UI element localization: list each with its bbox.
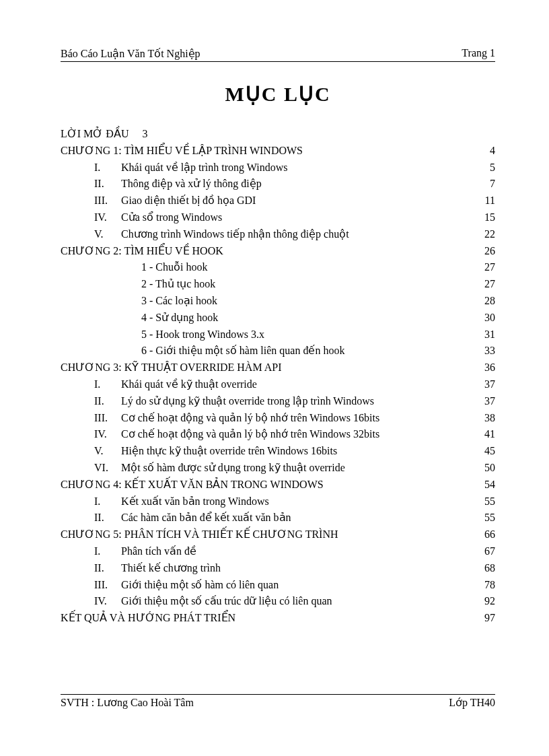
toc-item-label: Kết xuất văn bản trong Windows bbox=[121, 493, 269, 510]
toc-item-row: II.Thiết kế chương trình68 bbox=[61, 560, 495, 577]
toc-item-number: I. bbox=[94, 493, 121, 510]
toc-item-label: Phân tích vấn đề bbox=[121, 543, 196, 560]
toc-item-label: 1 - Chuỗi hook bbox=[141, 259, 207, 276]
toc-chapter-row: CHƯƠNG 3: KỸ THUẬT OVERRIDE HÀM API36 bbox=[61, 359, 495, 376]
toc-item-number: I. bbox=[94, 376, 121, 393]
toc-item-label: Giao diện thiết bị đồ họa GDI bbox=[121, 193, 256, 209]
toc-item-page: 68 bbox=[468, 560, 495, 577]
toc-item-label: Khái quát về lập trình trong Windows bbox=[121, 160, 287, 176]
toc-item-row: I.Kết xuất văn bản trong Windows55 bbox=[61, 493, 495, 510]
toc-item-page: 55 bbox=[468, 510, 495, 526]
toc-item-page: 67 bbox=[468, 543, 495, 560]
toc-item-label: 4 - Sử dụng hook bbox=[141, 310, 218, 327]
toc-item-page: 7 bbox=[468, 176, 495, 193]
toc-item-text: 6 - Giới thiệu một số hàm liên quan đến … bbox=[61, 343, 468, 359]
toc-item-page: 31 bbox=[468, 327, 495, 343]
page-header: Báo Cáo Luận Văn Tốt Nghiệp Trang 1 bbox=[61, 47, 495, 62]
toc-item-text: 3 - Các loại hook bbox=[61, 293, 468, 310]
toc-item-page: 55 bbox=[468, 493, 495, 510]
toc-item-page: 22 bbox=[468, 226, 495, 243]
toc-item-label: Giới thiệu một số hàm có liên quan bbox=[121, 577, 279, 594]
toc-item-text: 1 - Chuỗi hook bbox=[61, 259, 468, 276]
chapter-heading: CHƯƠNG 1: TÌM HIỂU VỀ LẬP TRÌNH WINDOWS bbox=[61, 143, 468, 160]
toc-item-page: 15 bbox=[468, 209, 495, 226]
chapter-heading: CHƯƠNG 5: PHÂN TÍCH VÀ THIẾT KẾ CHƯƠNG T… bbox=[61, 526, 468, 543]
toc-item-text: III.Giới thiệu một số hàm có liên quan bbox=[61, 577, 468, 594]
toc-item-number: II. bbox=[94, 510, 121, 526]
toc-item-number: V. bbox=[94, 226, 121, 243]
page: Báo Cáo Luận Văn Tốt Nghiệp Trang 1 MỤC … bbox=[0, 0, 549, 756]
toc-item-text: VI.Một số hàm được sử dụng trong kỹ thuậ… bbox=[61, 460, 468, 477]
toc-item-label: Cơ chế hoạt động và quản lý bộ nhớ trên … bbox=[121, 410, 379, 427]
toc-item-row: II.Thông điệp và xử lý thông điệp7 bbox=[61, 176, 495, 193]
toc-item-page: 37 bbox=[468, 393, 495, 410]
toc-item-text: I.Khái quát về kỹ thuật override bbox=[61, 376, 468, 393]
toc-chapter-row: CHƯƠNG 1: TÌM HIỂU VỀ LẬP TRÌNH WINDOWS4 bbox=[61, 143, 495, 160]
toc-item-text: II.Thông điệp và xử lý thông điệp bbox=[61, 176, 468, 193]
toc-item-number: IV. bbox=[94, 593, 121, 610]
toc-item-label: Hiện thực kỹ thuật override trên Windows… bbox=[121, 443, 337, 460]
page-footer: SVTH : Lương Cao Hoài Tâm Lớp TH40 bbox=[61, 694, 495, 709]
toc-item-text: II.Thiết kế chương trình bbox=[61, 560, 468, 577]
chapter-heading: CHƯƠNG 3: KỸ THUẬT OVERRIDE HÀM API bbox=[61, 359, 468, 376]
toc-item-page: 78 bbox=[468, 577, 495, 594]
toc-item-row: IV.Cửa sổ trong Windows15 bbox=[61, 209, 495, 226]
toc-item-number: VI. bbox=[94, 460, 121, 477]
toc-item-text: 5 - Hook trong Windows 3.x bbox=[61, 327, 468, 343]
document-title: MỤC LỤC bbox=[61, 82, 495, 106]
toc-item-label: Thiết kế chương trình bbox=[121, 560, 221, 577]
conclusion-page: 97 bbox=[468, 610, 495, 627]
toc-item-label: 2 - Thủ tục hook bbox=[141, 276, 215, 293]
chapter-heading: CHƯƠNG 2: TÌM HIỂU VỀ HOOK bbox=[61, 243, 468, 260]
toc-item-label: 3 - Các loại hook bbox=[141, 293, 217, 310]
intro-page: 3 bbox=[142, 128, 147, 139]
toc-item-label: Giới thiệu một số cấu trúc dữ liệu có li… bbox=[121, 593, 332, 610]
toc-chapters: CHƯƠNG 1: TÌM HIỂU VỀ LẬP TRÌNH WINDOWS4… bbox=[61, 143, 495, 610]
chapter-page: 66 bbox=[468, 526, 495, 543]
toc-conclusion-row: KẾT QUẢ VÀ HƯỚNG PHÁT TRIỂN 97 bbox=[61, 610, 495, 627]
toc-item-label: Chương trình Windows tiếp nhận thông điệ… bbox=[121, 226, 349, 243]
toc-item-row: 5 - Hook trong Windows 3.x31 bbox=[61, 327, 495, 343]
toc-item-page: 27 bbox=[468, 276, 495, 293]
toc-item-label: Thông điệp và xử lý thông điệp bbox=[121, 176, 262, 193]
toc-item-text: I.Kết xuất văn bản trong Windows bbox=[61, 493, 468, 510]
toc-item-number: I. bbox=[94, 160, 121, 176]
toc-item-label: Các hàm căn bản để kết xuất văn bản bbox=[121, 510, 291, 526]
toc-item-page: 27 bbox=[468, 259, 495, 276]
toc-item-number: II. bbox=[94, 393, 121, 410]
toc-item-row: III.Giới thiệu một số hàm có liên quan78 bbox=[61, 577, 495, 594]
toc-item-label: Cửa sổ trong Windows bbox=[121, 209, 222, 226]
toc-item-row: 1 - Chuỗi hook27 bbox=[61, 259, 495, 276]
toc-item-number: I. bbox=[94, 543, 121, 560]
toc-item-row: I.Khái quát về lập trình trong Windows5 bbox=[61, 160, 495, 176]
toc-item-row: VI.Một số hàm được sử dụng trong kỹ thuậ… bbox=[61, 460, 495, 477]
toc-item-text: 2 - Thủ tục hook bbox=[61, 276, 468, 293]
toc-intro-row: LỜI MỞ ĐẦU 3 bbox=[61, 126, 495, 143]
chapter-heading: CHƯƠNG 4: KẾT XUẤT VĂN BẢN TRONG WINDOWS bbox=[61, 477, 468, 493]
toc-item-row: III.Giao diện thiết bị đồ họa GDI11 bbox=[61, 193, 495, 209]
footer-right: Lớp TH40 bbox=[449, 696, 495, 709]
toc-item-row: 3 - Các loại hook28 bbox=[61, 293, 495, 310]
toc-item-row: 4 - Sử dụng hook30 bbox=[61, 310, 495, 327]
header-left: Báo Cáo Luận Văn Tốt Nghiệp bbox=[61, 47, 200, 60]
toc-item-page: 45 bbox=[468, 443, 495, 460]
chapter-page: 36 bbox=[468, 359, 495, 376]
toc-item-label: 6 - Giới thiệu một số hàm liên quan đến … bbox=[141, 343, 344, 359]
toc-item-page: 30 bbox=[468, 310, 495, 327]
toc-item-page: 5 bbox=[468, 160, 495, 176]
toc-item-label: Cơ chế hoạt động và quản lý bộ nhớ trên … bbox=[121, 426, 379, 443]
toc-item-page: 38 bbox=[468, 410, 495, 427]
toc-item-row: I.Khái quát về kỹ thuật override37 bbox=[61, 376, 495, 393]
toc-item-number: II. bbox=[94, 560, 121, 577]
toc-item-label: Lý do sử dụng kỹ thuật override trong lậ… bbox=[121, 393, 374, 410]
toc-item-row: V.Hiện thực kỹ thuật override trên Windo… bbox=[61, 443, 495, 460]
chapter-page: 26 bbox=[468, 243, 495, 260]
toc-item-page: 41 bbox=[468, 426, 495, 443]
toc-item-text: V.Chương trình Windows tiếp nhận thông đ… bbox=[61, 226, 468, 243]
toc-item-text: III.Cơ chế hoạt động và quản lý bộ nhớ t… bbox=[61, 410, 468, 427]
toc-item-row: IV.Giới thiệu một số cấu trúc dữ liệu có… bbox=[61, 593, 495, 610]
toc-item-row: I.Phân tích vấn đề67 bbox=[61, 543, 495, 560]
toc-item-number: III. bbox=[94, 193, 121, 209]
toc-item-number: III. bbox=[94, 577, 121, 594]
toc-item-text: V.Hiện thực kỹ thuật override trên Windo… bbox=[61, 443, 468, 460]
